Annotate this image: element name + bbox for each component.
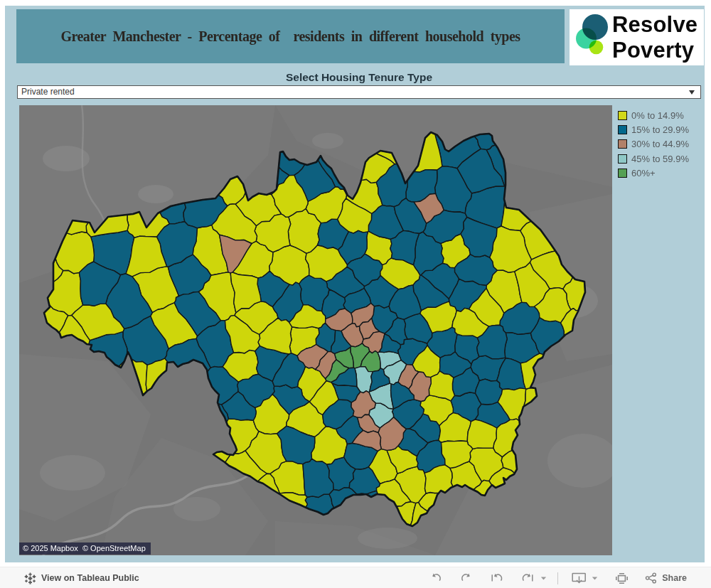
svg-text:Poverty: Poverty: [612, 38, 695, 63]
svg-text:Resolve: Resolve: [612, 12, 697, 37]
